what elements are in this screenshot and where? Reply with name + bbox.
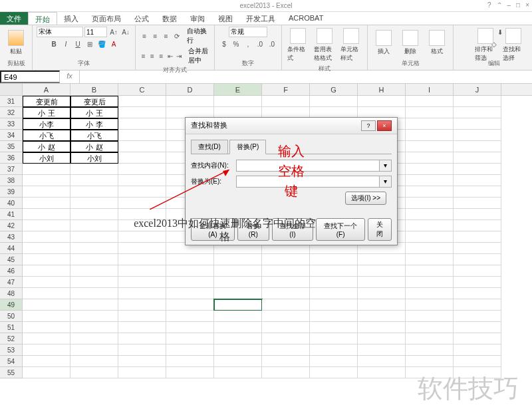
- cell-I33[interactable]: [406, 118, 454, 130]
- cell-E53[interactable]: [214, 345, 262, 356]
- cell-A37[interactable]: [23, 164, 70, 175]
- cell-C51[interactable]: [118, 322, 166, 333]
- cell-F52[interactable]: [262, 333, 310, 345]
- cell-B53[interactable]: [70, 345, 118, 356]
- cell-I35[interactable]: [406, 141, 454, 152]
- row-header-41[interactable]: 41: [0, 209, 23, 220]
- ribbon-tab-2[interactable]: 插入: [57, 12, 85, 25]
- cell-B31[interactable]: 变更后: [70, 96, 118, 107]
- row-header-50[interactable]: 50: [0, 311, 23, 322]
- cell-A50[interactable]: [23, 311, 70, 322]
- cell-C33[interactable]: [118, 118, 166, 130]
- cell-J52[interactable]: [454, 333, 501, 345]
- dialog-titlebar[interactable]: 查找和替换 ? ×: [186, 118, 397, 134]
- align-bottom-icon[interactable]: ≡: [162, 31, 171, 41]
- cell-D51[interactable]: [166, 322, 214, 333]
- cell-I38[interactable]: [406, 175, 454, 186]
- ribbon-tab-4[interactable]: 公式: [128, 12, 156, 25]
- cell-B54[interactable]: [70, 356, 118, 367]
- cell-J39[interactable]: [454, 186, 501, 198]
- replace-dropdown-icon[interactable]: ▾: [380, 176, 392, 188]
- cell-I32[interactable]: [406, 107, 454, 118]
- cell-E48[interactable]: [214, 288, 262, 299]
- cell-I31[interactable]: [406, 96, 454, 107]
- replace-input[interactable]: [236, 176, 380, 188]
- cell-E47[interactable]: [214, 277, 262, 288]
- cell-C37[interactable]: [118, 164, 166, 175]
- cell-H52[interactable]: [358, 333, 406, 345]
- cell-H50[interactable]: [358, 311, 406, 322]
- cell-B47[interactable]: [70, 277, 118, 288]
- sort-filter-button[interactable]: 排序和筛选: [473, 27, 497, 64]
- row-header-31[interactable]: 31: [0, 96, 23, 107]
- cell-C48[interactable]: [118, 288, 166, 299]
- decrease-font-icon[interactable]: A↓: [120, 27, 131, 37]
- cell-I42[interactable]: [406, 220, 454, 231]
- col-header-F[interactable]: F: [262, 84, 310, 95]
- cell-A43[interactable]: [23, 231, 70, 243]
- wrap-text-button[interactable]: 自动换行: [187, 27, 210, 45]
- cell-C53[interactable]: [118, 345, 166, 356]
- cell-H49[interactable]: [358, 299, 406, 311]
- row-header-36[interactable]: 36: [0, 152, 23, 164]
- cell-H47[interactable]: [358, 277, 406, 288]
- currency-icon[interactable]: $: [219, 39, 229, 49]
- cell-F54[interactable]: [262, 356, 310, 367]
- close-icon[interactable]: ×: [525, 1, 529, 9]
- col-header-B[interactable]: B: [70, 84, 118, 95]
- cell-J45[interactable]: [454, 254, 501, 265]
- row-header-40[interactable]: 40: [0, 198, 23, 209]
- cell-H53[interactable]: [358, 345, 406, 356]
- cell-G31[interactable]: [310, 96, 358, 107]
- col-header-I[interactable]: I: [406, 84, 454, 95]
- cell-J38[interactable]: [454, 175, 501, 186]
- cell-E50[interactable]: [214, 311, 262, 322]
- decrease-decimal-icon[interactable]: .0: [267, 39, 277, 49]
- help-icon[interactable]: ?: [487, 1, 491, 9]
- align-right-icon[interactable]: ≡: [158, 51, 165, 61]
- cell-G45[interactable]: [310, 254, 358, 265]
- cell-A44[interactable]: [23, 243, 70, 254]
- cell-B51[interactable]: [70, 322, 118, 333]
- cell-I39[interactable]: [406, 186, 454, 198]
- cell-G53[interactable]: [310, 345, 358, 356]
- cell-A38[interactable]: [23, 175, 70, 186]
- cell-B39[interactable]: [70, 186, 118, 198]
- cell-I34[interactable]: [406, 130, 454, 141]
- cell-A42[interactable]: [23, 220, 70, 231]
- cell-D52[interactable]: [166, 333, 214, 345]
- cell-J31[interactable]: [454, 96, 501, 107]
- cell-E31[interactable]: [214, 96, 262, 107]
- cell-H46[interactable]: [358, 265, 406, 277]
- cell-A48[interactable]: [23, 288, 70, 299]
- options-button[interactable]: 选项(I) >>: [345, 192, 386, 205]
- row-header-32[interactable]: 32: [0, 107, 23, 118]
- cell-F48[interactable]: [262, 288, 310, 299]
- row-header-44[interactable]: 44: [0, 243, 23, 254]
- cell-J50[interactable]: [454, 311, 501, 322]
- cell-A41[interactable]: [23, 209, 70, 220]
- italic-button[interactable]: I: [61, 39, 71, 49]
- cell-A52[interactable]: [23, 333, 70, 345]
- cell-H31[interactable]: [358, 96, 406, 107]
- align-center-icon[interactable]: ≡: [148, 51, 156, 61]
- cell-I37[interactable]: [406, 164, 454, 175]
- cell-B50[interactable]: [70, 311, 118, 322]
- align-top-icon[interactable]: ≡: [140, 31, 149, 41]
- cell-I47[interactable]: [406, 277, 454, 288]
- cell-C38[interactable]: [118, 175, 166, 186]
- cell-G52[interactable]: [310, 333, 358, 345]
- cell-I45[interactable]: [406, 254, 454, 265]
- cell-E49[interactable]: [214, 299, 262, 311]
- cell-H48[interactable]: [358, 288, 406, 299]
- bold-button[interactable]: B: [49, 39, 59, 49]
- row-header-47[interactable]: 47: [0, 277, 23, 288]
- increase-decimal-icon[interactable]: .0: [255, 39, 265, 49]
- cell-F45[interactable]: [262, 254, 310, 265]
- cell-I53[interactable]: [406, 345, 454, 356]
- cell-E46[interactable]: [214, 265, 262, 277]
- cell-A54[interactable]: [23, 356, 70, 367]
- cell-B33[interactable]: 小 李: [70, 118, 118, 130]
- cell-I50[interactable]: [406, 311, 454, 322]
- minimize-icon[interactable]: –: [507, 1, 511, 9]
